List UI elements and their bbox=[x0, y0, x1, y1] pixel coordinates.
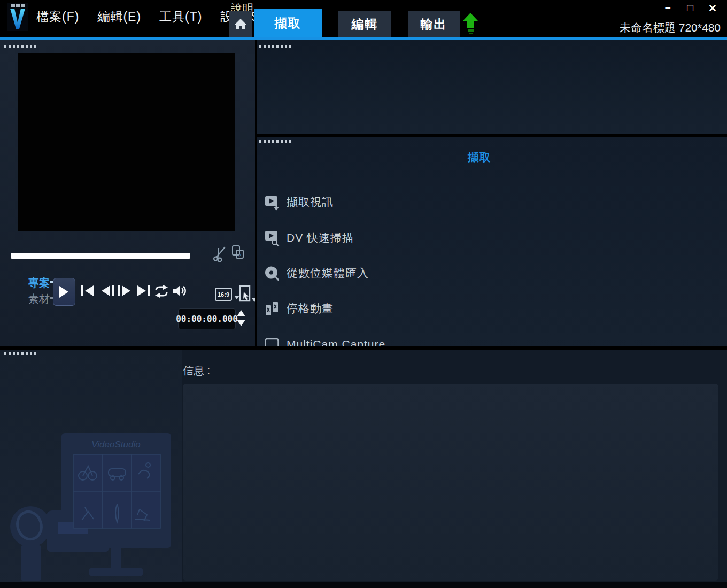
info-content-box bbox=[183, 384, 718, 581]
upload-arrow-icon[interactable] bbox=[463, 13, 479, 37]
capture-heading: 擷取 bbox=[468, 150, 491, 165]
panel-drag-handle[interactable] bbox=[4, 352, 37, 355]
next-frame-icon bbox=[117, 285, 131, 297]
maximize-button[interactable]: □ bbox=[684, 2, 696, 14]
duplicate-icon: 2 bbox=[230, 244, 246, 260]
aspect-ratio-label: 16:9 bbox=[218, 291, 229, 298]
tab-edit-label: 編輯 bbox=[352, 16, 378, 33]
timecode-display[interactable]: 00:00:00.000 bbox=[178, 308, 236, 329]
capture-video-icon bbox=[265, 194, 280, 211]
info-label: 信息 : bbox=[183, 363, 210, 378]
info-panel: VideoStudio 信息 : bbox=[0, 350, 727, 582]
play-button[interactable] bbox=[53, 278, 75, 306]
enlarge-dropdown-caret[interactable] bbox=[252, 298, 255, 302]
volume-button[interactable] bbox=[172, 285, 188, 298]
multicam-capture-option[interactable]: MultiCam Capture bbox=[265, 336, 585, 346]
timecode-decrement[interactable] bbox=[237, 320, 245, 326]
watermark-zone: VideoStudio bbox=[0, 350, 182, 582]
timecode-increment[interactable] bbox=[237, 310, 245, 316]
accent-divider bbox=[0, 37, 727, 40]
dv-quick-scan-label: DV 快速掃描 bbox=[287, 230, 354, 245]
minimize-button[interactable]: − bbox=[662, 2, 674, 14]
duplicate-button[interactable]: 2 bbox=[230, 244, 246, 260]
videostudio-window: 說明 檔案(F) 編輯(E) 工具(T) 設定(S) − □ ✕ 未命名標題 7… bbox=[0, 0, 727, 588]
tab-capture-label: 擷取 bbox=[275, 15, 301, 32]
app-logo-icon bbox=[7, 3, 28, 31]
repeat-icon bbox=[154, 285, 169, 298]
aspect-dropdown-caret[interactable] bbox=[234, 296, 239, 299]
capture-video-option[interactable]: 擷取視訊 bbox=[265, 194, 585, 211]
window-bottom-edge bbox=[0, 582, 727, 588]
import-digital-media-option[interactable]: 從數位媒體匯入 bbox=[265, 265, 585, 282]
stop-motion-icon bbox=[265, 300, 280, 317]
go-to-start-button[interactable] bbox=[80, 285, 96, 298]
home-icon bbox=[234, 18, 247, 30]
volume-icon bbox=[173, 285, 187, 297]
watermark-illustration: VideoStudio bbox=[8, 425, 179, 583]
enlarge-preview-button[interactable] bbox=[239, 285, 251, 303]
panel-drag-handle[interactable] bbox=[259, 140, 292, 143]
video-preview bbox=[18, 53, 235, 231]
close-button[interactable]: ✕ bbox=[707, 2, 718, 14]
previous-frame-button[interactable] bbox=[100, 285, 116, 298]
go-to-start-icon bbox=[81, 285, 95, 297]
dv-quick-scan-icon bbox=[265, 230, 280, 246]
enlarge-preview-icon bbox=[239, 285, 251, 303]
window-controls: − □ ✕ bbox=[662, 2, 718, 14]
capture-options-panel: 擷取 擷取視訊 DV 快速掃描 bbox=[257, 137, 727, 346]
menu-tools[interactable]: 工具(T) bbox=[159, 9, 202, 25]
svg-text:VideoStudio: VideoStudio bbox=[91, 439, 140, 450]
preview-panel: 2 專案 素材 bbox=[0, 40, 255, 346]
panel-drag-handle[interactable] bbox=[4, 45, 37, 48]
menu-file[interactable]: 檔案(F) bbox=[36, 9, 79, 25]
clip-mode-toggle[interactable]: 素材 bbox=[28, 292, 50, 306]
tab-output[interactable]: 輸出 bbox=[408, 11, 460, 37]
tab-output-label: 輸出 bbox=[421, 16, 447, 33]
go-to-end-icon bbox=[136, 285, 150, 297]
next-frame-button[interactable] bbox=[116, 285, 132, 298]
project-title: 未命名標題 720*480 bbox=[620, 20, 721, 35]
project-mode-toggle[interactable]: 專案 bbox=[28, 276, 50, 290]
dv-quick-scan-option[interactable]: DV 快速掃描 bbox=[265, 229, 585, 246]
stop-motion-label: 停格動畫 bbox=[287, 301, 334, 316]
stop-motion-option[interactable]: 停格動畫 bbox=[265, 300, 585, 317]
timecode-value: 00:00:00.000 bbox=[176, 314, 238, 324]
play-icon bbox=[59, 286, 69, 298]
scissors-icon bbox=[212, 246, 228, 262]
previous-frame-icon bbox=[101, 285, 115, 297]
svg-text:2: 2 bbox=[238, 253, 241, 258]
capture-video-label: 擷取視訊 bbox=[287, 195, 334, 210]
menu-edit[interactable]: 編輯(E) bbox=[97, 9, 141, 25]
capture-display-panel bbox=[257, 40, 727, 134]
import-digital-media-icon bbox=[265, 265, 280, 282]
panel-drag-handle[interactable] bbox=[259, 45, 292, 48]
trim-scrubber[interactable] bbox=[11, 253, 190, 259]
multicam-capture-icon bbox=[265, 336, 280, 346]
import-digital-media-label: 從數位媒體匯入 bbox=[287, 266, 369, 281]
repeat-button[interactable] bbox=[153, 285, 169, 298]
cut-clip-button[interactable] bbox=[212, 246, 228, 262]
tab-edit[interactable]: 編輯 bbox=[338, 11, 391, 37]
multicam-capture-label: MultiCam Capture bbox=[287, 338, 385, 346]
aspect-ratio-button[interactable]: 16:9 bbox=[215, 288, 232, 301]
go-to-end-button[interactable] bbox=[135, 285, 151, 298]
tab-capture[interactable]: 擷取 bbox=[254, 9, 322, 37]
tab-home[interactable] bbox=[229, 11, 252, 37]
